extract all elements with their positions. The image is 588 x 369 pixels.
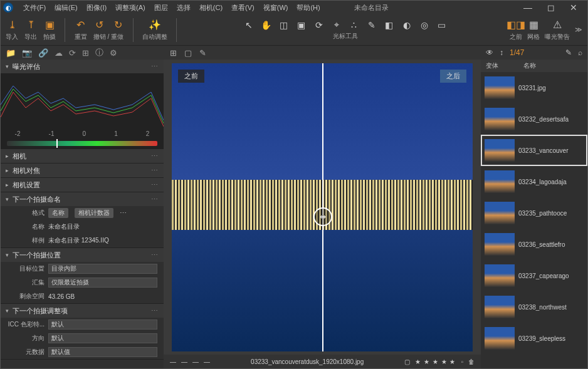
menu-help[interactable]: 帮助(H) [293,2,323,14]
section-adjust-header[interactable]: ▾下一个拍摄调整项⋯ [1,304,164,318]
tab-cloud-icon[interactable]: ☁ [55,48,63,58]
undo-icon[interactable]: ↺ [93,19,105,31]
tab-library-icon[interactable]: 📁 [6,48,16,58]
loupe-tool-icon[interactable]: ◫ [278,19,290,31]
thumbnail-item[interactable]: 03231.jpg [481,72,587,103]
tab-capture-icon[interactable]: 📷 [22,48,32,58]
rating-stars[interactable]: ★ ★ ★ ★ ★ [415,358,456,365]
tab-link-icon[interactable]: 🔗 [38,48,48,58]
maximize-button[interactable]: ◻ [543,1,559,14]
compare-slider[interactable]: ⇔ [322,63,323,351]
before-after-icon[interactable]: ◧◨ [510,19,522,31]
section-settings-header[interactable]: ▸相机设置⋯ [1,178,164,192]
section-menu-icon[interactable]: ⋯ [151,251,159,259]
view-grid-icon[interactable]: ⊞ [170,48,177,58]
view-single-icon[interactable]: ▢ [184,48,192,58]
reset-icon[interactable]: ↶ [74,19,87,31]
section-menu-icon[interactable]: ⋯ [151,152,159,160]
menu-layer[interactable]: 图层 [150,2,172,14]
col-name[interactable]: 名称 [518,61,541,70]
export-icon[interactable]: ⤒ [24,19,37,31]
section-exposure-header[interactable]: ▾ 曝光评估 ⋯ [1,60,164,73]
radial-tool-icon[interactable]: ◎ [419,19,430,31]
section-menu-icon[interactable]: ⋯ [151,195,159,204]
section-focus-header[interactable]: ▸相机对焦⋯ [1,164,164,177]
menu-file[interactable]: 文件(F) [19,2,50,14]
autoadjust-icon[interactable]: ✨ [149,19,161,31]
preview-area[interactable]: 之前 之后 ⇔ [164,60,481,355]
thumbnail-item[interactable]: 03232_desertsafa [481,103,587,135]
annotation-tool-icon[interactable]: ▭ [436,19,448,31]
section-menu-icon[interactable]: ⋯ [151,167,159,175]
nav-last-icon[interactable]: — [204,358,210,365]
thumbnail-item[interactable]: 03233_vancouver [481,135,587,166]
warn-icon[interactable]: ⚠ [551,19,564,31]
pointer-tool-icon[interactable]: ↖ [243,19,255,31]
app-logo-icon: ◐ [3,3,13,13]
menu-camera[interactable]: 相机(C) [196,2,226,14]
counter-tag[interactable]: 相机计数器 [75,208,113,218]
thumbnail-item[interactable]: 03236_seattlefro [481,229,587,260]
section-menu-icon[interactable]: ⋯ [151,181,159,189]
meta-select[interactable]: 默认值 [48,347,157,357]
import-icon[interactable]: ⤓ [6,19,18,31]
name-tag[interactable]: 名称 [48,208,68,218]
erase-tool-icon[interactable]: ◧ [384,19,395,31]
nav-prev-icon[interactable]: — [181,358,187,365]
format-menu-icon[interactable]: ⋯ [120,209,127,217]
close-button[interactable]: ✕ [566,1,581,14]
nav-next-icon[interactable]: — [192,358,199,365]
crop-tool-icon[interactable]: ▣ [296,19,307,31]
menu-view[interactable]: 查看(V) [228,2,258,14]
icc-select[interactable]: 默认 [48,320,157,330]
tag-icon[interactable]: ▢ [404,358,410,365]
target-select[interactable]: 目录内部 [48,264,157,274]
menu-adjust[interactable]: 调整项(A) [112,2,149,14]
minimize-button[interactable]: — [520,1,536,14]
col-variant[interactable]: 变体 [481,61,518,70]
name-value[interactable]: 未命名目录 [48,222,157,231]
thumbnail-item[interactable]: 03239_sleepless [481,323,587,354]
rotate-tool-icon[interactable]: ⟳ [313,19,325,31]
menu-window[interactable]: 视窗(W) [260,2,292,14]
eye-icon[interactable]: 👁 [486,48,493,57]
menu-select[interactable]: 选择 [173,2,194,14]
search-icon[interactable]: ⌕ [578,48,582,57]
more-icon[interactable]: ≫ [575,26,582,34]
thumbnail-item[interactable]: 03235_pathtooce [481,197,587,229]
trash-icon[interactable]: 🗑 [468,358,475,365]
section-location-header[interactable]: ▾下一个拍摄位置⋯ [1,248,164,262]
menu-image[interactable]: 图像(I) [83,2,110,14]
dir-select[interactable]: 默认 [48,333,157,343]
spot-tool-icon[interactable]: ∴ [349,19,360,31]
tab-refresh-icon[interactable]: ⟳ [69,48,76,58]
section-naming-header[interactable]: ▾下一个拍摄命名⋯ [1,192,164,206]
thumbnail-item[interactable]: 03234_lagoadaja [481,166,587,197]
window-title: 未命名目录 [350,2,392,14]
view-wand-icon[interactable]: ✎ [199,48,206,58]
brush-tool-icon[interactable]: ✎ [366,19,377,31]
filter-icon[interactable]: ✎ [565,48,572,57]
exposure-slider[interactable] [7,141,157,146]
thumbnail-item[interactable]: 03237_capearago [481,260,587,291]
section-menu-icon[interactable]: ⋯ [151,63,159,71]
collect-select[interactable]: 仅限最近拍摄 [48,278,157,288]
nav-first-icon[interactable]: — [170,358,176,365]
sort-icon[interactable]: ↕ [500,48,503,57]
grid-icon[interactable]: ▦ [527,19,540,31]
redo-icon[interactable]: ↻ [112,19,124,31]
gradient-tool-icon[interactable]: ◐ [401,19,412,31]
tab-settings-icon[interactable]: ⚙ [110,48,117,58]
thumbnail-item[interactable]: 03238_northwest [481,291,587,323]
slider-handle-icon[interactable]: ⇔ [313,207,332,226]
menu-edit[interactable]: 编辑(E) [51,2,81,14]
browser-counter: 1/47 [510,48,524,57]
tab-grid-icon[interactable]: ⊞ [82,48,89,58]
keystone-tool-icon[interactable]: ⌖ [331,19,342,31]
hand-tool-icon[interactable]: ✋ [261,19,272,31]
capture-icon[interactable]: ▣ [43,19,56,31]
color-tag-icon[interactable]: ▫ [461,358,463,365]
section-camera-header[interactable]: ▸相机⋯ [1,149,164,163]
tab-info-icon[interactable]: ⓘ [95,47,103,58]
section-menu-icon[interactable]: ⋯ [151,307,159,315]
